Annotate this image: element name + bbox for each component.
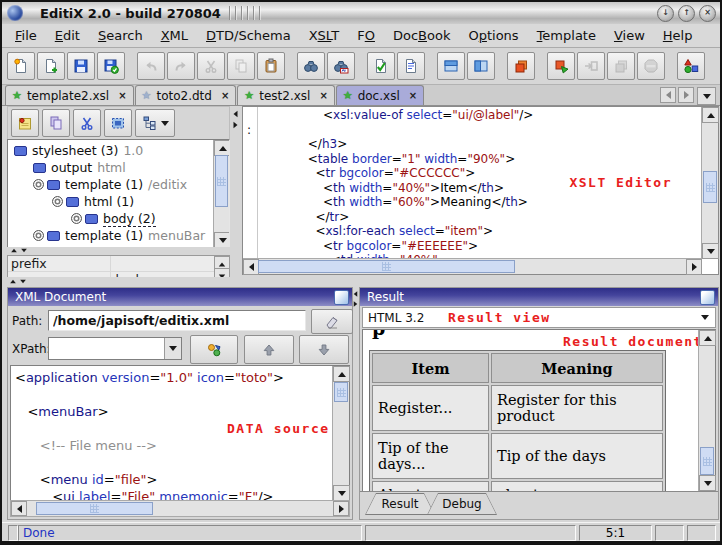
scroll-up-button[interactable] <box>699 330 716 346</box>
collapse-down-icon[interactable] <box>21 249 27 253</box>
path-input[interactable] <box>48 310 306 331</box>
tree-node-body-2[interactable]: body (2) <box>8 210 214 227</box>
collapse-up-icon[interactable] <box>10 280 16 284</box>
result-vscroll-thumb[interactable] <box>700 447 714 475</box>
editor-hscroll-thumb[interactable] <box>258 260 515 273</box>
scroll-up-button[interactable] <box>333 366 350 382</box>
scroll-left-button[interactable] <box>11 501 27 516</box>
next-match-button[interactable] <box>299 335 349 364</box>
expanded-handle-icon[interactable] <box>33 179 44 190</box>
shade-button[interactable]: ↓ <box>657 5 674 22</box>
split-vertical-button[interactable] <box>467 52 495 80</box>
menu-item-options[interactable]: Options <box>459 26 527 45</box>
top-bottom-splitter[interactable] <box>2 277 720 287</box>
scroll-right-button[interactable] <box>686 259 702 275</box>
result-tab-debug[interactable]: Debug <box>427 493 497 515</box>
tree-view-button[interactable] <box>135 109 175 137</box>
result-tab-result[interactable]: Result <box>365 493 435 515</box>
window-cascade-button[interactable] <box>507 52 535 80</box>
menu-item-template[interactable]: Template <box>528 26 605 45</box>
new-document-button[interactable] <box>7 52 35 80</box>
format-document-button[interactable] <box>397 52 425 80</box>
tab-toto2-dtd[interactable]: ★toto2.dtd× <box>135 85 237 105</box>
tab-list-dropdown-button[interactable] <box>697 87 716 105</box>
collapse-down-icon[interactable] <box>20 280 26 284</box>
menu-item-help[interactable]: Help <box>654 26 702 45</box>
editor-horizontal-scrollbar[interactable] <box>243 258 702 274</box>
tree-node-stylesheet-3[interactable]: stylesheet (3)1.0 <box>8 142 214 159</box>
tree-scrollbar-thumb[interactable] <box>215 155 228 207</box>
xslt-editor[interactable]: : <xsl:value-of select="ui/@label"/> </h… <box>242 106 719 275</box>
scroll-left-button[interactable] <box>243 259 259 275</box>
scroll-down-button[interactable] <box>333 485 350 501</box>
collapse-up-icon[interactable] <box>11 249 17 253</box>
paste-button[interactable] <box>257 52 285 80</box>
previous-match-button[interactable] <box>244 335 294 364</box>
combo-dropdown-button[interactable] <box>164 338 181 359</box>
new-from-template-button[interactable] <box>37 52 65 80</box>
cut-scissors-button[interactable] <box>73 109 101 137</box>
tree-attr-splitter[interactable] <box>7 247 230 255</box>
collapsed-handle-icon[interactable] <box>71 213 82 224</box>
collapse-left-icon[interactable] <box>354 291 358 297</box>
maximize-panel-button[interactable] <box>334 290 349 305</box>
replace-button[interactable] <box>327 52 355 80</box>
tree-editor-splitter[interactable] <box>230 106 242 285</box>
xpath-combo[interactable] <box>48 337 182 360</box>
tab-scroll-right-button[interactable] <box>678 87 694 103</box>
maximize-panel-button[interactable] <box>700 290 715 305</box>
xml-vertical-scrollbar[interactable] <box>332 366 349 501</box>
split-horizontal-button[interactable] <box>437 52 465 80</box>
tab-test2-xsl[interactable]: ★test2.xsl× <box>237 85 334 105</box>
collapse-right-icon[interactable] <box>354 301 358 307</box>
tab-template2-xsl[interactable]: ★template2.xsl× <box>5 85 134 105</box>
maximize-button[interactable]: ↑ <box>678 5 695 22</box>
check-document-button[interactable] <box>367 52 395 80</box>
scroll-down-button[interactable] <box>214 232 230 248</box>
xml-horizontal-scrollbar[interactable] <box>10 500 350 517</box>
menu-item-xml[interactable]: XML <box>152 26 197 45</box>
tab-close-icon[interactable]: × <box>118 91 126 101</box>
run-transformation-button[interactable] <box>547 52 575 80</box>
xml-source-view[interactable]: <application version="1.0" icon="toto"> … <box>10 365 350 502</box>
result-titlebar[interactable]: Result <box>360 288 718 306</box>
title-bar[interactable]: EditiX 2.0 - build 270804 ↓↑× <box>2 2 720 25</box>
editor-vscroll-thumb[interactable] <box>703 171 717 203</box>
menu-item-search[interactable]: Search <box>89 26 152 45</box>
copy-pages-button[interactable] <box>42 109 70 137</box>
menu-item-view[interactable]: View <box>605 26 654 45</box>
xml-hscroll-thumb[interactable] <box>36 502 153 515</box>
menu-item-file[interactable]: File <box>6 26 46 45</box>
clear-path-button[interactable] <box>311 309 353 334</box>
collapse-right-icon[interactable] <box>234 122 238 128</box>
save-document-button[interactable] <box>67 52 95 80</box>
note-button[interactable] <box>11 109 39 137</box>
result-document-view[interactable]: p Result document ItemMeaningRegister...… <box>362 329 716 492</box>
result-vertical-scrollbar[interactable] <box>698 330 715 491</box>
tree-scrollbar[interactable] <box>213 140 229 248</box>
scroll-up-button[interactable] <box>214 140 230 156</box>
menu-item-docbook[interactable]: DocBook <box>384 26 459 45</box>
xml-vscroll-thumb[interactable] <box>334 382 348 402</box>
fo-transform-button[interactable] <box>677 52 705 80</box>
scroll-down-button[interactable] <box>699 475 716 491</box>
tab-close-icon[interactable]: × <box>319 91 327 101</box>
tab-close-icon[interactable]: × <box>221 91 229 101</box>
tree-node-html-1[interactable]: html (1) <box>8 193 214 210</box>
menu-item-dtd-schema[interactable]: DTD/Schema <box>197 26 300 45</box>
tree-node-template-1[interactable]: template (1)/editix <box>8 176 214 193</box>
tab-scroll-left-button[interactable] <box>660 87 676 103</box>
collapse-left-icon[interactable] <box>234 111 238 117</box>
expanded-handle-icon[interactable] <box>52 196 63 207</box>
scroll-down-button[interactable] <box>702 243 719 259</box>
collapsed-handle-icon[interactable] <box>33 230 44 241</box>
xml-document-titlebar[interactable]: XML Document <box>8 288 352 306</box>
tab-close-icon[interactable]: × <box>409 91 417 101</box>
tab-doc-xsl[interactable]: ★doc.xsl× <box>336 85 424 105</box>
attribute-row-prefix[interactable]: prefix <box>8 256 229 272</box>
select-region-button[interactable] <box>104 109 132 137</box>
save-all-button[interactable] <box>97 52 125 80</box>
tree-node-template-1[interactable]: template (1)menuBar <box>8 227 214 244</box>
tree-node-output[interactable]: outputhtml <box>8 159 214 176</box>
menu-item-xslt[interactable]: XSLT <box>300 26 349 45</box>
